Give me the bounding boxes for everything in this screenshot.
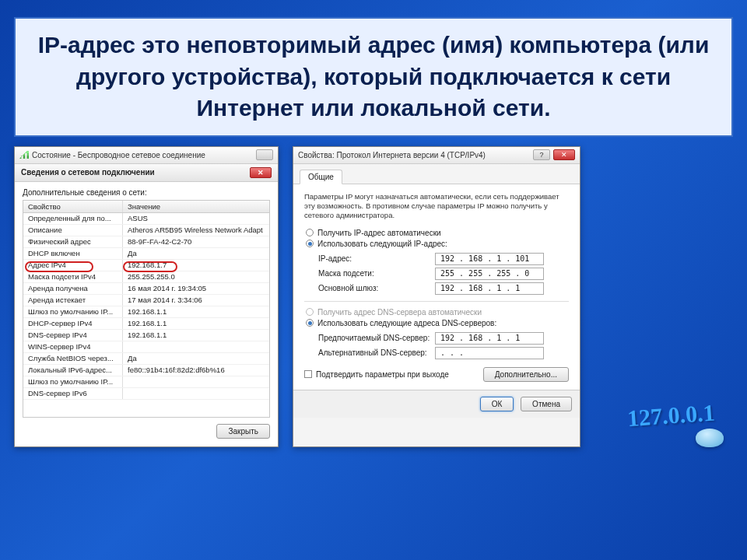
radio-auto-ip[interactable]: Получить IP-адрес автоматически — [306, 229, 569, 237]
dns1-label: Предпочитаемый DNS-сервер: — [318, 334, 435, 342]
radio-auto-ip-label: Получить IP-адрес автоматически — [317, 229, 441, 237]
confirm-checkbox[interactable] — [304, 370, 312, 378]
radio-manual-ip-label: Использовать следующий IP-адрес: — [317, 240, 447, 248]
tab-bar: Общие — [293, 164, 580, 184]
cell-value: 17 мая 2014 г. 3:34:06 — [123, 295, 269, 306]
cell-property: WINS-сервер IPv4 — [23, 341, 123, 352]
info-text: Параметры IP могут назначаться автоматич… — [304, 192, 569, 221]
cell-value — [123, 388, 269, 399]
close-button[interactable]: Закрыть — [216, 424, 270, 439]
col-property[interactable]: Свойство — [23, 201, 123, 212]
table-row[interactable]: Физический адрес88-9F-FA-42-C2-70 — [23, 236, 269, 248]
cell-property: Служба NetBIOS через... — [23, 353, 123, 364]
dns1-input[interactable]: 192 . 168 . 1 . 1 — [435, 332, 544, 345]
radio-auto-dns[interactable]: Получить адрес DNS-сервера автоматически — [306, 308, 569, 317]
radio-manual-dns[interactable]: Использовать следующие адреса DNS-сервер… — [306, 319, 569, 327]
gateway-input[interactable]: 192 . 168 . 1 . 1 — [435, 282, 544, 295]
table-row[interactable]: Шлюз по умолчанию IP...192.168.1.1 — [23, 306, 269, 318]
cell-property: Аренда истекает — [23, 295, 123, 306]
cell-property: Шлюз по умолчанию IP... — [23, 376, 123, 387]
table-row[interactable]: Локальный IPv6-адрес...fe80::91b4:16f:82… — [23, 365, 269, 376]
cell-value: ASUS — [123, 213, 269, 224]
cell-property: Физический адрес — [23, 236, 123, 247]
status-subtitle: Сведения о сетевом подключении — [21, 168, 155, 177]
table-row[interactable]: Аренда получена16 мая 2014 г. 19:34:05 — [23, 283, 269, 295]
radio-icon — [306, 240, 314, 247]
radio-icon — [306, 319, 314, 327]
cell-property: Определенный для по... — [23, 213, 123, 224]
status-titlebar: Состояние - Беспроводное сетевое соедине… — [15, 147, 278, 164]
cell-value: 16 мая 2014 г. 19:34:05 — [123, 283, 269, 294]
cell-value: 192.168.1.1 — [123, 318, 269, 329]
cell-value: Да — [123, 248, 269, 259]
table-row[interactable]: DHCP включенДа — [23, 248, 269, 260]
table-row[interactable]: DNS-сервер IPv4192.168.1.1 — [23, 330, 269, 341]
definition-box: IP-адрес это неповторимый адрес (имя) ко… — [14, 17, 733, 137]
cell-property: Маска подсети IPv4 — [23, 271, 123, 282]
mouse-icon — [696, 429, 724, 447]
cell-property: Адрес IPv4 — [23, 260, 123, 271]
cell-value: 192.168.1.1 — [123, 330, 269, 341]
table-row[interactable]: WINS-сервер IPv4 — [23, 341, 269, 353]
table-row[interactable]: Шлюз по умолчанию IP... — [23, 376, 269, 388]
advanced-button[interactable]: Дополнительно... — [483, 367, 569, 382]
details-table: Свойство Значение Определенный для по...… — [23, 200, 270, 418]
ip-address-label: IP-адрес: — [318, 254, 435, 263]
status-window: Состояние - Беспроводное сетевое соедине… — [14, 146, 279, 447]
cell-property: DHCP-сервер IPv4 — [23, 318, 123, 329]
cell-property: Аренда получена — [23, 283, 123, 294]
cell-value: Да — [123, 353, 269, 364]
close-icon[interactable]: ✕ — [553, 149, 575, 160]
properties-title: Свойства: Протокол Интернета версии 4 (T… — [298, 151, 486, 159]
help-icon[interactable]: ? — [533, 149, 550, 160]
radio-manual-dns-label: Использовать следующие адреса DNS-сервер… — [317, 319, 496, 327]
cell-property: Шлюз по умолчанию IP... — [23, 306, 123, 317]
col-value[interactable]: Значение — [123, 201, 269, 212]
cell-property: DNS-сервер IPv4 — [23, 330, 123, 341]
radio-icon — [306, 229, 314, 236]
cell-value: 192.168.1.1 — [123, 306, 269, 317]
gateway-label: Основной шлюз: — [318, 284, 435, 292]
wifi-signal-icon — [19, 151, 29, 159]
close-icon[interactable]: ✕ — [250, 167, 272, 178]
cell-property: Локальный IPv6-адрес... — [23, 365, 123, 376]
tab-general[interactable]: Общие — [300, 170, 342, 184]
confirm-label: Подтвердить параметры при выходе — [316, 370, 449, 379]
cell-property: DHCP включен — [23, 248, 123, 259]
table-row[interactable]: Аренда истекает17 мая 2014 г. 3:34:06 — [23, 295, 269, 306]
dns2-input[interactable]: . . . — [435, 347, 544, 359]
cell-value — [123, 341, 269, 352]
cell-property: Описание — [23, 225, 123, 236]
cell-property: DNS-сервер IPv6 — [23, 388, 123, 399]
minimize-icon[interactable] — [256, 149, 273, 160]
properties-titlebar: Свойства: Протокол Интернета версии 4 (T… — [293, 147, 580, 164]
radio-manual-ip[interactable]: Использовать следующий IP-адрес: — [306, 240, 569, 248]
ok-button[interactable]: ОК — [480, 397, 514, 411]
table-row[interactable]: Адрес IPv4192.168.1.7 — [23, 260, 269, 271]
table-row[interactable]: DNS-сервер IPv6 — [23, 388, 269, 400]
table-row[interactable]: DHCP-сервер IPv4192.168.1.1 — [23, 318, 269, 330]
status-subtitle-bar: Сведения о сетевом подключении ✕ — [15, 164, 278, 182]
dns2-label: Альтернативный DNS-сервер: — [318, 348, 435, 357]
cell-value: 255.255.255.0 — [123, 271, 269, 282]
cell-value: Atheros AR5B95 Wireless Network Adapt — [123, 225, 269, 236]
properties-window: Свойства: Протокол Интернета версии 4 (T… — [293, 146, 580, 447]
status-title: Состояние - Беспроводное сетевое соедине… — [32, 151, 205, 159]
table-row[interactable]: Маска подсети IPv4255.255.255.0 — [23, 271, 269, 283]
cancel-button[interactable]: Отмена — [521, 397, 572, 411]
table-row[interactable]: ОписаниеAtheros AR5B95 Wireless Network … — [23, 225, 269, 236]
definition-text: IP-адрес это неповторимый адрес (имя) ко… — [31, 30, 716, 124]
cell-value — [123, 376, 269, 387]
radio-auto-dns-label: Получить адрес DNS-сервера автоматически — [317, 308, 482, 317]
table-row[interactable]: Определенный для по...ASUS — [23, 213, 269, 225]
subnet-mask-label: Маска подсети: — [318, 269, 435, 278]
table-row[interactable]: Служба NetBIOS через...Да — [23, 353, 269, 365]
cell-value: 88-9F-FA-42-C2-70 — [123, 236, 269, 247]
cell-value: 192.168.1.7 — [123, 260, 269, 271]
subnet-mask-input[interactable]: 255 . 255 . 255 . 0 — [435, 268, 544, 280]
cell-value: fe80::91b4:16f:82d2:df6b%16 — [123, 365, 269, 376]
details-label: Дополнительные сведения о сети: — [23, 188, 270, 197]
radio-icon — [306, 308, 314, 316]
ip-address-input[interactable]: 192 . 168 . 1 . 101 — [435, 253, 544, 265]
